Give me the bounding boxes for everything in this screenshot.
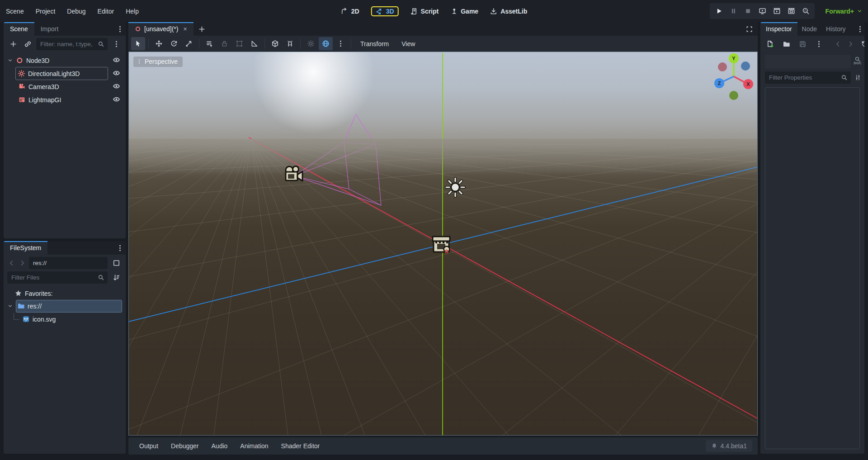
camera-gizmo-icon[interactable] — [283, 165, 306, 186]
menu-editor[interactable]: Editor — [92, 0, 120, 22]
tab-scene[interactable]: Scene — [4, 22, 34, 36]
add-node-button[interactable] — [7, 38, 19, 50]
load-resource-button[interactable] — [780, 38, 792, 50]
menu-project[interactable]: Project — [30, 0, 61, 22]
rotate-mode-button[interactable] — [167, 37, 181, 50]
new-scene-tab-button[interactable] — [196, 23, 208, 35]
inspector-back-button[interactable] — [834, 38, 842, 50]
selected-folder-box: res:// — [16, 300, 122, 313]
scene-node-root[interactable]: Node3D — [4, 54, 126, 67]
tab-filesystem[interactable]: FileSystem — [4, 241, 47, 255]
new-resource-button[interactable] — [764, 38, 776, 50]
tab-history[interactable]: History — [821, 22, 850, 36]
select-mode-button[interactable] — [131, 37, 145, 50]
projection-menu[interactable]: Perspective — [133, 57, 183, 67]
ruler-mode-button[interactable] — [247, 37, 261, 50]
renderer-selector[interactable]: Forward+ — [826, 0, 863, 22]
tab-inspector[interactable]: Inspector — [760, 22, 797, 36]
visibility-toggle[interactable] — [113, 95, 120, 104]
visibility-toggle[interactable] — [113, 82, 120, 91]
history-back-button[interactable] — [7, 257, 15, 269]
bottom-animation[interactable]: Animation — [235, 442, 274, 450]
preview-sunlight-button[interactable] — [304, 37, 318, 50]
3d-icon — [376, 8, 383, 15]
list-select-button[interactable] — [203, 37, 217, 50]
tab-node[interactable]: Node — [797, 22, 821, 36]
fs-row-res[interactable]: res:// — [4, 299, 126, 313]
preview-environment-button[interactable] — [319, 37, 333, 50]
instance-scene-button[interactable] — [22, 38, 33, 50]
workspace-assetlib[interactable]: AssetLib — [490, 8, 527, 15]
remote-debug-button[interactable] — [755, 5, 769, 18]
local-space-button[interactable] — [268, 37, 282, 50]
play-scene-button[interactable] — [770, 5, 783, 18]
axis-gizmo[interactable]: Y X Z — [711, 52, 756, 103]
workspace-game[interactable]: Game — [450, 8, 478, 15]
snap-mode-button[interactable] — [283, 37, 297, 50]
save-resource-button[interactable] — [797, 38, 808, 50]
toggle-split-mode-button[interactable] — [110, 257, 122, 269]
file-sort-button[interactable] — [110, 272, 122, 284]
filesystem-nav — [4, 255, 126, 271]
favorites-row[interactable]: Favorites: — [4, 287, 126, 299]
bottom-output[interactable]: Output — [134, 442, 164, 450]
open-docs-button[interactable]: DOC — [851, 56, 864, 65]
bottom-debugger[interactable]: Debugger — [165, 442, 204, 450]
property-tools-button[interactable] — [851, 71, 864, 84]
lightmapgi-gizmo-icon[interactable] — [431, 234, 453, 256]
bottom-shader-editor[interactable]: Shader Editor — [276, 442, 326, 450]
scene-node-camera[interactable]: Camera3D — [4, 80, 126, 93]
bottom-audio[interactable]: Audio — [206, 442, 233, 450]
scene-tree-menu-button[interactable] — [110, 38, 122, 50]
distraction-free-button[interactable] — [743, 23, 755, 35]
inspector-dock: Inspector Node History DOC — [760, 22, 864, 454]
scene-dock-menu-button[interactable] — [114, 23, 126, 35]
property-filter-input[interactable] — [768, 74, 841, 81]
path-input[interactable] — [32, 259, 104, 267]
inspector-history-button[interactable] — [859, 38, 864, 50]
chevron-down-icon — [7, 303, 13, 309]
tab-import[interactable]: Import — [34, 22, 65, 36]
menu-help[interactable]: Help — [120, 0, 145, 22]
renderer-label: Forward+ — [826, 8, 854, 15]
visibility-toggle[interactable] — [113, 69, 120, 78]
lock-selected-button[interactable] — [217, 37, 231, 50]
scene-node-directionallight[interactable]: DirectionalLight3D — [4, 67, 126, 80]
scene-filter-input[interactable] — [39, 40, 98, 48]
file-filter-input[interactable] — [10, 274, 98, 281]
inspector-menu-button[interactable] — [855, 23, 864, 35]
resource-options-button[interactable] — [813, 38, 825, 50]
axis-neg-x-ball[interactable] — [718, 62, 727, 71]
view-menu[interactable]: View — [396, 40, 421, 47]
version-button[interactable]: 4.4.beta1 — [706, 440, 752, 452]
movie-maker-button[interactable] — [799, 5, 812, 18]
scale-mode-button[interactable] — [182, 37, 196, 50]
history-forward-button[interactable] — [18, 257, 26, 269]
inspector-forward-button[interactable] — [846, 38, 854, 50]
stop-button[interactable] — [741, 5, 755, 18]
move-mode-button[interactable] — [152, 37, 166, 50]
pause-button[interactable] — [726, 5, 740, 18]
filesystem-menu-button[interactable] — [114, 242, 126, 254]
eye-icon — [113, 56, 120, 64]
transform-menu[interactable]: Transform — [354, 40, 395, 47]
axis-neg-z-ball[interactable] — [741, 62, 750, 71]
scene-node-lightmapgi[interactable]: LightmapGI — [4, 93, 126, 106]
workspace-script[interactable]: Script — [410, 8, 439, 15]
fs-row-iconsvg[interactable]: icon.svg — [4, 313, 126, 326]
menu-debug[interactable]: Debug — [61, 0, 91, 22]
scene-tab-unsaved[interactable]: [unsaved](*) × — [128, 22, 193, 36]
menu-scene[interactable]: Scene — [0, 0, 30, 22]
axis-neg-y-ball[interactable] — [729, 91, 738, 100]
viewport-3d[interactable]: Perspective Y X Z — [128, 52, 758, 436]
play-button[interactable] — [712, 5, 726, 18]
light-gizmo-icon[interactable] — [445, 177, 466, 198]
inspector-tabs: Inspector Node History — [760, 22, 864, 36]
environment-options-button[interactable] — [334, 37, 348, 50]
visibility-toggle[interactable] — [113, 56, 120, 65]
workspace-3d[interactable]: 3D — [371, 6, 399, 16]
play-custom-scene-button[interactable] — [784, 5, 798, 18]
workspace-2d[interactable]: 2D — [341, 8, 359, 15]
group-selected-button[interactable] — [232, 37, 246, 50]
close-icon[interactable]: × — [181, 25, 187, 33]
